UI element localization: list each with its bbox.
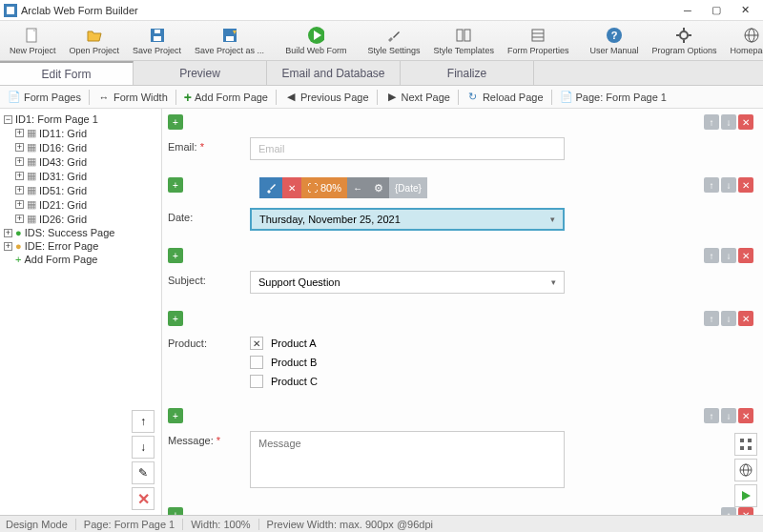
tree-node[interactable]: +▦ID51: Grid	[4, 183, 157, 197]
properties-icon	[529, 27, 546, 44]
move-up-button[interactable]: ↑	[704, 177, 719, 193]
message-textarea[interactable]	[250, 431, 565, 488]
product-checklist: ✕Product A Product B Product C	[250, 334, 565, 391]
build-web-form-button[interactable]: Build Web Form	[279, 22, 352, 60]
move-up-button[interactable]: ↑	[704, 408, 719, 423]
svg-rect-26	[740, 446, 744, 450]
save-project-as-button[interactable]: Save Project as ...	[189, 22, 270, 60]
edit-element-button[interactable]	[259, 177, 282, 198]
tree-success[interactable]: +●IDS: Success Page	[4, 226, 157, 239]
tree-node[interactable]: +▦ID11: Grid	[4, 126, 157, 140]
minimize-button[interactable]: ─	[673, 0, 702, 21]
add-row-button[interactable]: +	[168, 114, 183, 130]
status-mode: Design Mode	[6, 519, 68, 530]
move-up-button[interactable]: ↑	[132, 410, 155, 433]
templates-icon	[455, 27, 472, 44]
form-canvas: + ↑↓✕ Email: * + ↑↓✕ ✕ ⛶80% ← ⚙ {Date}	[162, 109, 763, 515]
tree-node[interactable]: +▦ID43: Grid	[4, 154, 157, 169]
back-element-button[interactable]: ←	[347, 177, 368, 198]
delete-row-button[interactable]: ✕	[738, 408, 753, 423]
main-tabs: Edit Form Preview Email and Database Fin…	[0, 61, 763, 86]
form-properties-button[interactable]: Form Properties	[502, 22, 575, 60]
current-page-label: 📄Page: Form Page 1	[554, 89, 672, 106]
tree-root[interactable]: −ID1: Form Page 1	[4, 113, 157, 126]
move-down-button[interactable]: ↓	[721, 408, 736, 423]
email-input[interactable]	[250, 137, 565, 160]
subject-select[interactable]: Support Question▾	[250, 271, 565, 294]
new-project-button[interactable]: New Project	[4, 22, 62, 60]
style-settings-button[interactable]: Style Settings	[361, 22, 425, 60]
form-width-button[interactable]: ↔Form Width	[92, 89, 174, 106]
grid-view-button[interactable]	[734, 433, 757, 456]
homepage-button[interactable]: Homepage	[724, 22, 763, 60]
next-page-button[interactable]: ▶Next Page	[380, 89, 456, 106]
tab-finalize[interactable]: Finalize	[401, 61, 534, 85]
add-row-button[interactable]: +	[168, 408, 183, 423]
element-toolbar: ✕ ⛶80% ← ⚙ {Date}	[259, 177, 427, 198]
settings-element-button[interactable]: ⚙	[368, 177, 389, 198]
move-up-button[interactable]: ↑	[704, 248, 719, 263]
delete-row-button[interactable]: ✕	[738, 114, 753, 130]
add-row-button[interactable]: +	[168, 311, 183, 326]
tree-node[interactable]: +▦ID16: Grid	[4, 140, 157, 154]
move-down-button[interactable]: ↓	[132, 436, 155, 459]
save-project-button[interactable]: Save Project	[127, 22, 187, 60]
tree-node[interactable]: +▦ID31: Grid	[4, 169, 157, 183]
delete-row-button[interactable]: ✕	[738, 177, 753, 193]
run-button[interactable]	[734, 484, 757, 507]
checkbox[interactable]	[250, 375, 263, 388]
add-form-page-button[interactable]: +Add Form Page	[178, 88, 274, 107]
status-page: Page: Form Page 1	[84, 519, 175, 530]
style-templates-button[interactable]: Style Templates	[428, 22, 500, 60]
edit-button[interactable]: ✎	[132, 461, 155, 484]
status-bar: Design Mode Page: Form Page 1 Width: 100…	[0, 515, 763, 532]
svg-rect-24	[740, 439, 744, 442]
option-label: Product B	[271, 357, 317, 368]
tab-edit-form[interactable]: Edit Form	[0, 61, 134, 85]
move-down-button[interactable]: ↓	[721, 248, 736, 263]
move-up-button[interactable]: ↑	[721, 507, 736, 515]
add-row-button[interactable]: +	[168, 248, 183, 263]
product-label: Product:	[168, 334, 250, 349]
move-down-button[interactable]: ↓	[721, 114, 736, 130]
delete-element-button[interactable]: ✕	[282, 177, 301, 198]
user-manual-button[interactable]: ? User Manual	[584, 22, 644, 60]
form-pages-button[interactable]: 📄Form Pages	[2, 89, 87, 106]
program-options-button[interactable]: Program Options	[646, 22, 722, 60]
reload-page-button[interactable]: ↻Reload Page	[461, 89, 549, 106]
element-tag: {Date}	[389, 177, 427, 198]
move-down-button[interactable]: ↓	[721, 177, 736, 193]
open-project-button[interactable]: Open Project	[64, 22, 126, 60]
tab-preview[interactable]: Preview	[134, 61, 267, 85]
svg-rect-5	[155, 30, 160, 33]
delete-row-button[interactable]: ✕	[738, 507, 753, 515]
zoom-element-button[interactable]: ⛶80%	[301, 177, 347, 198]
tab-email-database[interactable]: Email and Database	[267, 61, 401, 85]
move-down-button[interactable]: ↓	[721, 311, 736, 326]
sub-toolbar: 📄Form Pages ↔Form Width +Add Form Page ◀…	[0, 86, 763, 109]
move-up-button[interactable]: ↑	[704, 114, 719, 130]
view-tools	[734, 433, 757, 507]
svg-text:?: ?	[611, 30, 618, 41]
move-up-button[interactable]: ↑	[704, 311, 719, 326]
delete-button[interactable]: ✕	[132, 487, 155, 510]
chevron-left-icon: ◀	[284, 91, 298, 104]
option-label: Product C	[271, 376, 318, 387]
checkbox[interactable]: ✕	[250, 337, 263, 350]
tree-node[interactable]: +▦ID21: Grid	[4, 197, 157, 212]
previous-page-button[interactable]: ◀Previous Page	[278, 89, 375, 106]
tree-node[interactable]: +▦ID26: Grid	[4, 212, 157, 226]
svg-rect-9	[457, 30, 463, 41]
delete-row-button[interactable]: ✕	[738, 311, 753, 326]
add-row-button[interactable]: +	[168, 507, 183, 515]
delete-row-button[interactable]: ✕	[738, 248, 753, 263]
close-button[interactable]: ✕	[731, 0, 759, 21]
checkbox[interactable]	[250, 356, 263, 369]
date-select[interactable]: Thursday, November 25, 2021▾	[250, 208, 565, 231]
maximize-button[interactable]: ▢	[702, 0, 731, 21]
tree-add-page[interactable]: +Add Form Page	[4, 253, 157, 266]
add-row-button[interactable]: +	[168, 177, 183, 193]
web-view-button[interactable]	[734, 459, 757, 481]
width-icon: ↔	[97, 91, 111, 104]
tree-error[interactable]: +●IDE: Error Page	[4, 239, 157, 253]
